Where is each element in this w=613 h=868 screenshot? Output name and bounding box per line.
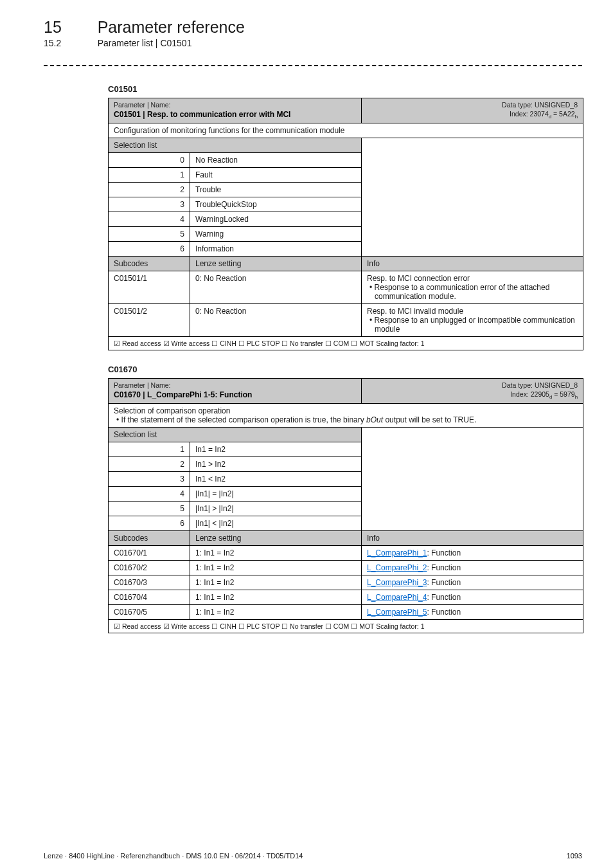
setting-cell: 1: In1 = In2 — [190, 560, 362, 575]
description-row: Configuration of monitoring functions fo… — [109, 123, 583, 138]
subcodes-label: Subcodes — [109, 530, 190, 545]
table-row: C01670/4 1: In1 = In2 L_ComparePhi_4: Fu… — [109, 590, 583, 604]
param-anchor-c01670: C01670 — [108, 365, 582, 374]
table-row: C01670/3 1: In1 = In2 L_ComparePhi_3: Fu… — [109, 575, 583, 590]
param-main: C01501 | Resp. to communication error wi… — [114, 110, 356, 119]
option-value: In1 > In2 — [190, 457, 362, 471]
data-type: Data type: UNSIGNED_8 — [367, 381, 578, 390]
page-footer: Lenze · 8400 HighLine · Referenzhandbuch… — [0, 852, 613, 868]
param-name-cell: Parameter | Name: C01670 | L_ComparePhi … — [109, 378, 362, 403]
info-link[interactable]: L_ComparePhi_1 — [367, 548, 427, 557]
subcodes-header-row: Subcodes Lenze setting Info — [109, 530, 583, 545]
description-cell: Configuration of monitoring functions fo… — [109, 123, 583, 138]
option-value: |In1| = |In2| — [190, 486, 362, 501]
info-cell: L_ComparePhi_3: Function — [362, 575, 583, 590]
option-number: 5 — [109, 226, 190, 241]
data-type: Data type: UNSIGNED_8 — [367, 101, 578, 110]
info-bullet: • Response to a communication error of t… — [367, 283, 578, 301]
info-line: Resp. to MCI invalid module — [367, 307, 578, 316]
subcodes-header-row: Subcodes Lenze setting Info — [109, 256, 583, 271]
option-value: |In1| < |In2| — [190, 516, 362, 530]
selection-header-row: Selection list — [109, 427, 583, 442]
option-number: 1 — [109, 167, 190, 182]
setting-cell: 0: No Reaction — [190, 303, 362, 336]
info-link[interactable]: L_ComparePhi_4 — [367, 593, 427, 602]
info-cell: Resp. to MCI invalid module • Response t… — [362, 303, 583, 336]
option-value: |In1| > |In2| — [190, 501, 362, 516]
info-label: Info — [362, 256, 583, 271]
table-row: C01501/2 0: No Reaction Resp. to MCI inv… — [109, 303, 583, 336]
param-name-cell: Parameter | Name: C01501 | Resp. to comm… — [109, 98, 362, 123]
info-cell: L_ComparePhi_5: Function — [362, 604, 583, 619]
desc-bullet: • If the statement of the selected compa… — [114, 415, 578, 424]
table-row: C01670/5 1: In1 = In2 L_ComparePhi_5: Fu… — [109, 604, 583, 619]
info-bullet: • Response to an unplugged or incompatib… — [367, 316, 578, 334]
option-number: 6 — [109, 516, 190, 530]
subcode-cell: C01670/5 — [109, 604, 190, 619]
option-number: 1 — [109, 442, 190, 457]
table-row: C01670/2 1: In1 = In2 L_ComparePhi_2: Fu… — [109, 560, 583, 575]
subcode-cell: C01670/1 — [109, 545, 190, 560]
selection-list-label: Selection list — [109, 138, 362, 152]
divider — [44, 65, 582, 66]
section-number: 15.2 — [44, 38, 95, 48]
info-suffix: : Function — [427, 563, 461, 572]
option-value: Warning — [190, 226, 362, 241]
setting-cell: 1: In1 = In2 — [190, 604, 362, 619]
option-value: TroubleQuickStop — [190, 197, 362, 212]
option-number: 3 — [109, 197, 190, 212]
option-value: Fault — [190, 167, 362, 182]
access-footer: ☑ Read access ☑ Write access ☐ CINH ☐ PL… — [109, 619, 583, 633]
info-suffix: : Function — [427, 548, 461, 557]
option-value: No Reaction — [190, 152, 362, 167]
option-value: Trouble — [190, 182, 362, 197]
info-suffix: : Function — [427, 593, 461, 602]
lenze-setting-label: Lenze setting — [190, 256, 362, 271]
subcode-cell: C01501/2 — [109, 303, 190, 336]
subcodes-label: Subcodes — [109, 256, 190, 271]
footer-page-number: 1093 — [567, 852, 582, 860]
table-header-row: Parameter | Name: C01670 | L_ComparePhi … — [109, 378, 583, 403]
param-meta-cell: Data type: UNSIGNED_8 Index: 23074d = 5A… — [362, 98, 583, 123]
table-row: C01501/1 0: No Reaction Resp. to MCI con… — [109, 271, 583, 303]
subcode-cell: C01670/2 — [109, 560, 190, 575]
chapter-title: Parameter reference — [98, 18, 245, 36]
table-row: C01670/1 1: In1 = In2 L_ComparePhi_1: Fu… — [109, 545, 583, 560]
setting-cell: 0: No Reaction — [190, 271, 362, 303]
chapter-heading: 15 Parameter reference — [44, 18, 582, 37]
option-number: 5 — [109, 501, 190, 516]
index-value: Index: 22905d = 5979h — [367, 390, 578, 401]
info-suffix: : Function — [427, 578, 461, 587]
info-cell: L_ComparePhi_1: Function — [362, 545, 583, 560]
option-value: In1 < In2 — [190, 471, 362, 486]
selection-empty — [362, 138, 583, 256]
info-link[interactable]: L_ComparePhi_3 — [367, 578, 427, 587]
info-cell: Resp. to MCI connection error • Response… — [362, 271, 583, 303]
info-suffix: : Function — [427, 608, 461, 617]
index-value: Index: 23074d = 5A22h — [367, 110, 578, 120]
description-cell: Selection of comparison operation • If t… — [109, 403, 583, 427]
option-value: Information — [190, 241, 362, 256]
selection-list-label: Selection list — [109, 427, 362, 442]
option-value: WarningLocked — [190, 212, 362, 226]
selection-empty — [362, 427, 583, 530]
option-number: 2 — [109, 182, 190, 197]
info-cell: L_ComparePhi_2: Function — [362, 560, 583, 575]
description-row: Selection of comparison operation • If t… — [109, 403, 583, 427]
param-main: C01670 | L_ComparePhi 1-5: Function — [114, 390, 356, 399]
option-number: 2 — [109, 457, 190, 471]
subcode-cell: C01670/4 — [109, 590, 190, 604]
option-number: 4 — [109, 212, 190, 226]
info-link[interactable]: L_ComparePhi_2 — [367, 563, 427, 572]
setting-cell: 1: In1 = In2 — [190, 575, 362, 590]
info-cell: L_ComparePhi_4: Function — [362, 590, 583, 604]
access-footer-row: ☑ Read access ☑ Write access ☐ CINH ☐ PL… — [109, 336, 583, 350]
access-footer: ☑ Read access ☑ Write access ☐ CINH ☐ PL… — [109, 336, 583, 350]
option-value: In1 = In2 — [190, 442, 362, 457]
subcode-cell: C01501/1 — [109, 271, 190, 303]
option-number: 4 — [109, 486, 190, 501]
info-link[interactable]: L_ComparePhi_5 — [367, 608, 427, 617]
param-anchor-c01501: C01501 — [108, 84, 582, 94]
option-number: 0 — [109, 152, 190, 167]
option-number: 6 — [109, 241, 190, 256]
